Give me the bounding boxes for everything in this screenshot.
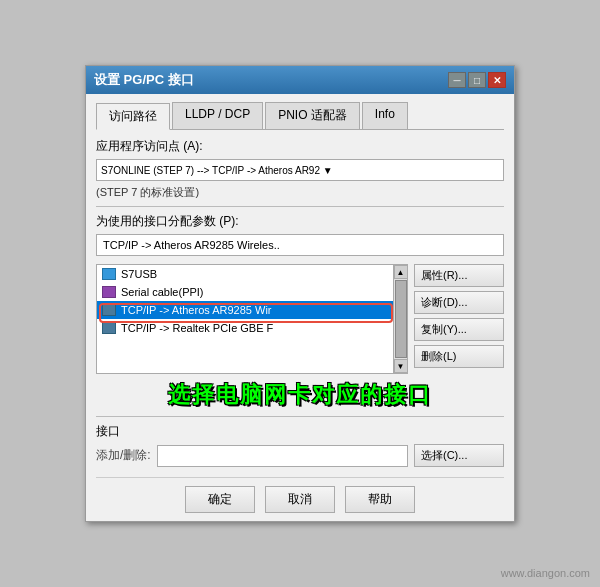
- step-note: (STEP 7 的标准设置): [96, 185, 504, 200]
- add-remove-label: 添加/删除:: [96, 447, 151, 464]
- list-area-container: S7USB Serial cable(PPI): [96, 264, 504, 374]
- serial-icon: [101, 285, 117, 299]
- interface-param-display: TCP/IP -> Atheros AR9285 Wireles..: [96, 234, 504, 256]
- network2-icon: [101, 321, 117, 335]
- window-content: 访问路径 LLDP / DCP PNIO 适配器 Info 应用程序访问点 (A…: [86, 94, 514, 521]
- title-bar: 设置 PG/PC 接口 ─ □ ✕: [86, 66, 514, 94]
- minimize-button[interactable]: ─: [448, 72, 466, 88]
- tab-lldp-dcp[interactable]: LLDP / DCP: [172, 102, 263, 129]
- outer-wrapper: 设置 PG/PC 接口 ─ □ ✕ 访问路径 LLDP / DCP PNIO 适…: [0, 0, 600, 587]
- interface-bottom-section: 接口 添加/删除: 选择(C)...: [96, 423, 504, 467]
- annotation-text: 选择电脑网卡对应的接口: [96, 380, 504, 410]
- bottom-buttons: 确定 取消 帮助: [96, 477, 504, 513]
- list-box[interactable]: S7USB Serial cable(PPI): [96, 264, 408, 374]
- ok-button[interactable]: 确定: [185, 486, 255, 513]
- interface-input[interactable]: [157, 445, 408, 467]
- watermark: www.diangon.com: [501, 567, 590, 579]
- dialog-window: 设置 PG/PC 接口 ─ □ ✕ 访问路径 LLDP / DCP PNIO 适…: [85, 65, 515, 522]
- list-item[interactable]: TCP/IP -> Realtek PCIe GBE F: [97, 319, 407, 337]
- copy-button[interactable]: 复制(Y)...: [414, 318, 504, 341]
- scrollbar-up[interactable]: ▲: [394, 265, 408, 279]
- list-item[interactable]: S7USB: [97, 265, 407, 283]
- interface-section-label: 接口: [96, 423, 504, 440]
- scrollbar-thumb[interactable]: [395, 280, 407, 358]
- select-button[interactable]: 选择(C)...: [414, 444, 504, 467]
- cancel-button[interactable]: 取消: [265, 486, 335, 513]
- access-point-select[interactable]: S7ONLINE (STEP 7) --> TCP/IP -> Atheros …: [96, 159, 504, 181]
- list-item-selected[interactable]: TCP/IP -> Atheros AR9285 Wir: [97, 301, 407, 319]
- window-title: 设置 PG/PC 接口: [94, 71, 194, 89]
- interface-param-label: 为使用的接口分配参数 (P):: [96, 213, 504, 230]
- tab-bar: 访问路径 LLDP / DCP PNIO 适配器 Info: [96, 102, 504, 130]
- scrollbar[interactable]: ▲ ▼: [393, 265, 407, 373]
- list-item[interactable]: Serial cable(PPI): [97, 283, 407, 301]
- access-point-label: 应用程序访问点 (A):: [96, 138, 504, 155]
- divider-2: [96, 416, 504, 417]
- network-icon: [101, 303, 117, 317]
- divider-1: [96, 206, 504, 207]
- usb-icon: [101, 267, 117, 281]
- tab-access-path[interactable]: 访问路径: [96, 103, 170, 130]
- diagnostics-button[interactable]: 诊断(D)...: [414, 291, 504, 314]
- properties-button[interactable]: 属性(R)...: [414, 264, 504, 287]
- scrollbar-down[interactable]: ▼: [394, 359, 408, 373]
- tab-info[interactable]: Info: [362, 102, 408, 129]
- maximize-button[interactable]: □: [468, 72, 486, 88]
- help-button[interactable]: 帮助: [345, 486, 415, 513]
- delete-button[interactable]: 删除(L): [414, 345, 504, 368]
- access-point-row: S7ONLINE (STEP 7) --> TCP/IP -> Atheros …: [96, 159, 504, 181]
- list-items: S7USB Serial cable(PPI): [97, 265, 407, 337]
- title-bar-buttons: ─ □ ✕: [448, 72, 506, 88]
- interface-row: 添加/删除: 选择(C)...: [96, 444, 504, 467]
- close-button[interactable]: ✕: [488, 72, 506, 88]
- tab-pnio-adapter[interactable]: PNIO 适配器: [265, 102, 360, 129]
- right-buttons: 属性(R)... 诊断(D)... 复制(Y)... 删除(L): [414, 264, 504, 374]
